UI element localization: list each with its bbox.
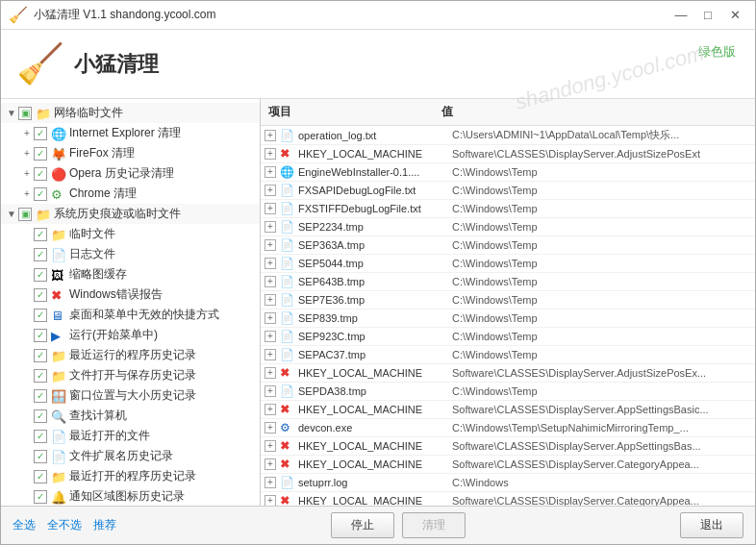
tree-item-opera[interactable]: + ✓ 🔴 Opera 历史记录清理 <box>16 163 260 184</box>
row-expand-icon[interactable]: + <box>265 367 280 379</box>
checkbox-run[interactable]: ✓ <box>34 329 47 342</box>
row-expand-icon[interactable]: + <box>265 477 280 488</box>
checkbox-opera[interactable]: ✓ <box>34 167 47 181</box>
checkbox-firefox[interactable]: ✓ <box>34 147 47 161</box>
list-item[interactable]: + 📄 SEPDA38.tmp C:\Windows\Temp <box>261 383 755 401</box>
checkbox-chrome[interactable]: ✓ <box>34 187 47 201</box>
tree-item-firefox[interactable]: + ✓ 🦊 FireFox 清理 <box>16 143 260 163</box>
row-expand-icon[interactable]: + <box>265 166 280 178</box>
tree-group-system[interactable]: ▼ ▣ 📁 系统历史痕迹或临时文件 <box>1 204 260 224</box>
tree-item-chrome[interactable]: + ✓ ⚙ Chrome 清理 <box>16 184 260 204</box>
row-expand-icon[interactable]: + <box>265 276 280 287</box>
list-item[interactable]: + 📄 setuprr.log C:\Windows <box>261 474 755 492</box>
tree-item-desktop[interactable]: ✓ 🖥 桌面和菜单中无效的快捷方式 <box>16 305 260 325</box>
tree-item-thumb[interactable]: ✓ 🖼 缩略图缓存 <box>16 264 260 285</box>
tree-item-notify[interactable]: ✓ 🔔 通知区域图标历史记录 <box>16 486 260 506</box>
tree-item-winpos[interactable]: ✓ 🪟 窗口位置与大小历史记录 <box>16 385 260 406</box>
list-item[interactable]: + 📄 SEP2234.tmp C:\Windows\Temp <box>261 218 755 236</box>
checkbox-network[interactable]: ▣ <box>18 107 32 120</box>
checkbox-fileext[interactable]: ✓ <box>34 450 47 463</box>
tree-item-errreport[interactable]: ✓ ✖ Windows错误报告 <box>16 285 260 305</box>
row-expand-icon[interactable]: + <box>265 258 280 269</box>
list-item[interactable]: + 📄 SEP5044.tmp C:\Windows\Temp <box>261 255 755 273</box>
checkbox-notify[interactable]: ✓ <box>34 490 47 504</box>
tree-item-recentprog[interactable]: ✓ 📁 最近运行的程序历史记录 <box>16 345 260 365</box>
row-expand-icon[interactable]: + <box>265 349 280 360</box>
expand-opera[interactable]: + <box>20 168 34 179</box>
tree-item-tmp[interactable]: ✓ 📁 临时文件 <box>16 224 260 244</box>
list-item[interactable]: + 📄 SEP363A.tmp C:\Windows\Temp <box>261 236 755 255</box>
list-item[interactable]: + ✖ HKEY_LOCAL_MACHINE Software\CLASSES\… <box>261 401 755 419</box>
clean-button[interactable]: 清理 <box>402 512 466 538</box>
checkbox-fileopen[interactable]: ✓ <box>34 369 47 383</box>
checkbox-recentprog2[interactable]: ✓ <box>34 470 47 483</box>
list-item[interactable]: + ⚙ devcon.exe C:\Windows\Temp\SetupNahi… <box>261 419 755 437</box>
row-expand-icon[interactable]: + <box>265 239 280 251</box>
row-expand-icon[interactable]: + <box>265 221 280 233</box>
checkbox-ie[interactable]: ✓ <box>34 127 47 140</box>
tree-group-network[interactable]: ▼ ▣ 📁 网络临时文件 <box>1 103 260 123</box>
expand-network[interactable]: ▼ <box>5 108 18 118</box>
stop-button[interactable]: 停止 <box>331 512 394 538</box>
tree-item-ie[interactable]: + ✓ 🌐 Internet Explorer 清理 <box>16 123 260 143</box>
list-item[interactable]: + 📄 SEP839.tmp C:\Windows\Temp <box>261 310 755 328</box>
list-item[interactable]: + 🌐 EngineWebInstaller-0.1.... C:\Window… <box>261 163 755 182</box>
row-expand-icon[interactable]: + <box>265 495 280 506</box>
tree-item-fileext[interactable]: ✓ 📄 文件扩展名历史记录 <box>16 446 260 466</box>
expand-chrome[interactable]: + <box>20 188 34 199</box>
exit-button[interactable]: 退出 <box>680 512 743 538</box>
list-item[interactable]: + 📄 SEP643B.tmp C:\Windows\Temp <box>261 273 755 291</box>
row-expand-icon[interactable]: + <box>265 130 280 141</box>
checkbox-desktop[interactable]: ✓ <box>34 309 47 322</box>
select-all-link[interactable]: 全选 <box>13 517 36 533</box>
list-item[interactable]: + 📄 SEP7E36.tmp C:\Windows\Temp <box>261 291 755 310</box>
checkbox-thumb[interactable]: ✓ <box>34 268 47 282</box>
list-item[interactable]: + ✖ HKEY_LOCAL_MACHINE Software\CLASSES\… <box>261 492 755 506</box>
checkbox-system[interactable]: ▣ <box>18 208 32 221</box>
row-expand-icon[interactable]: + <box>265 458 280 470</box>
tree-item-fileopen[interactable]: ✓ 📁 文件打开与保存历史记录 <box>16 365 260 385</box>
list-item[interactable]: + 📄 FXSTIFFDebugLogFile.txt C:\Windows\T… <box>261 200 755 218</box>
minimize-button[interactable]: — <box>668 5 693 26</box>
error-icon: ✖ <box>51 288 66 302</box>
fileopen-icon: 📁 <box>51 369 66 383</box>
row-expand-icon[interactable]: + <box>265 385 280 397</box>
close-button[interactable]: ✕ <box>722 5 747 26</box>
list-item[interactable]: + ✖ HKEY_LOCAL_MACHINE Software\CLASSES\… <box>261 145 755 163</box>
list-item[interactable]: + 📄 SEPAC37.tmp C:\Windows\Temp <box>261 346 755 364</box>
select-none-link[interactable]: 全不选 <box>47 517 82 533</box>
row-expand-icon[interactable]: + <box>265 331 280 342</box>
tree-item-log[interactable]: ✓ 📄 日志文件 <box>16 244 260 264</box>
list-item[interactable]: + ✖ HKEY_LOCAL_MACHINE Software\CLASSES\… <box>261 456 755 474</box>
row-expand-icon[interactable]: + <box>265 148 280 160</box>
list-item[interactable]: + 📄 operation_log.txt C:\Users\ADMINI~1\… <box>261 126 755 145</box>
row-expand-icon[interactable]: + <box>265 203 280 214</box>
checkbox-log[interactable]: ✓ <box>34 248 47 261</box>
tree-item-recentprog2[interactable]: ✓ 📁 最近打开的程序历史记录 <box>16 466 260 486</box>
list-item[interactable]: + 📄 FXSAPIDebugLogFile.txt C:\Windows\Te… <box>261 182 755 200</box>
list-item[interactable]: + 📄 SEP923C.tmp C:\Windows\Temp <box>261 328 755 346</box>
row-expand-icon[interactable]: + <box>265 440 280 452</box>
expand-ie[interactable]: + <box>20 128 34 138</box>
row-expand-icon[interactable]: + <box>265 312 280 324</box>
checkbox-tmp[interactable]: ✓ <box>34 228 47 241</box>
tree-item-recentfile[interactable]: ✓ 📄 最近打开的文件 <box>16 426 260 446</box>
tree-label-recentprog: 最近运行的程序历史记录 <box>69 347 196 363</box>
tree-item-search[interactable]: ✓ 🔍 查找计算机 <box>16 406 260 426</box>
expand-system[interactable]: ▼ <box>5 209 18 219</box>
row-expand-icon[interactable]: + <box>265 404 280 415</box>
expand-firefox[interactable]: + <box>20 148 34 159</box>
checkbox-recentfile[interactable]: ✓ <box>34 430 47 443</box>
checkbox-search[interactable]: ✓ <box>34 409 47 423</box>
row-expand-icon[interactable]: + <box>265 422 280 434</box>
maximize-button[interactable]: □ <box>695 5 720 26</box>
checkbox-errreport[interactable]: ✓ <box>34 288 47 302</box>
list-item[interactable]: + ✖ HKEY_LOCAL_MACHINE Software\CLASSES\… <box>261 437 755 456</box>
checkbox-winpos[interactable]: ✓ <box>34 389 47 403</box>
row-expand-icon[interactable]: + <box>265 294 280 306</box>
recommend-link[interactable]: 推荐 <box>93 517 116 533</box>
list-item[interactable]: + ✖ HKEY_LOCAL_MACHINE Software\CLASSES\… <box>261 364 755 383</box>
checkbox-recentprog[interactable]: ✓ <box>34 349 47 362</box>
row-expand-icon[interactable]: + <box>265 185 280 196</box>
tree-item-run[interactable]: ✓ ▶ 运行(开始菜单中) <box>16 325 260 345</box>
